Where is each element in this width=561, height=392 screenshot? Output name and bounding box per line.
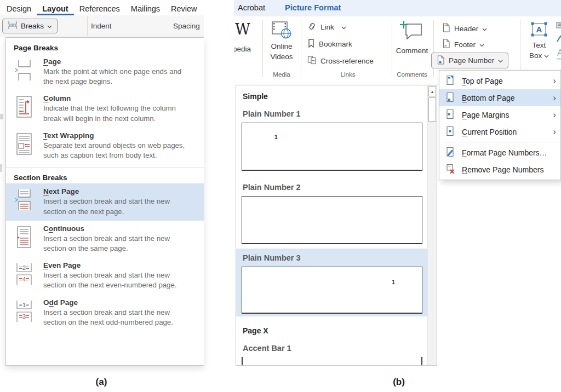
gallery-preview-box: 1 <box>242 267 422 314</box>
tab-layout[interactable]: Layout <box>37 2 74 15</box>
cropped-dropcap-icon: A <box>557 48 561 60</box>
page-number-icon <box>437 55 445 66</box>
indent-group-label: Indent <box>91 22 112 30</box>
gallery-item-label: Plain Number 2 <box>243 183 301 192</box>
panel-a-ribbon: Breaks Indent Spacing <box>0 15 204 37</box>
gallery-item-label: Plain Number 3 <box>243 253 301 262</box>
gallery-item-plain-number-1[interactable]: 1 <box>242 123 422 171</box>
menu-item-odd-page-break[interactable]: =1==3= Odd Page Insert a section break a… <box>6 295 204 331</box>
cropped-wordart-icon <box>557 35 561 45</box>
ribbon-group-divider <box>301 20 301 77</box>
footer-button[interactable]: Footer <box>442 39 484 50</box>
submenu-chevron-icon: › <box>553 110 556 119</box>
gallery-section-simple: Simple <box>243 92 268 101</box>
link-button-label: Link <box>320 23 334 31</box>
cross-reference-button[interactable]: Cross-reference <box>307 55 374 66</box>
gallery-scrollbar[interactable]: ▲ <box>427 85 437 366</box>
header-button-label: Header <box>454 25 478 33</box>
wikipedia-icon: W <box>235 21 250 38</box>
ribbon-group-divider <box>520 20 520 77</box>
gallery-item-plain-number-2[interactable] <box>242 196 422 244</box>
occluded-ui-fragment <box>0 114 3 119</box>
page-number-button-label: Page Number <box>449 56 494 65</box>
menu-item-label: Remove Page Numbers <box>462 165 543 174</box>
menu-item-next-page-break[interactable]: Next Page Insert a section break and sta… <box>6 183 204 220</box>
occluded-ui-fragment <box>0 164 2 172</box>
page-number-dropdown-menu: Top of Page › Bottom of Page › Page Marg… <box>439 70 561 180</box>
link-button[interactable]: Link <box>307 22 346 32</box>
figure-caption-b: (b) <box>380 377 418 388</box>
tab-acrobat[interactable]: Acrobat <box>238 3 265 12</box>
svg-text:=2=: =2= <box>19 264 30 271</box>
remove-page-numbers-icon <box>445 164 455 176</box>
bookmark-button[interactable]: Bookmark <box>307 39 352 49</box>
page-number-preview: 1 <box>392 279 395 285</box>
text-box-button[interactable]: A Text Box <box>524 21 554 61</box>
header-icon <box>442 23 450 34</box>
comment-icon <box>399 36 425 45</box>
next-page-break-icon <box>15 187 35 216</box>
page-breaks-section-header: Page Breaks <box>14 44 204 52</box>
menu-item-bottom-of-page[interactable]: Bottom of Page › <box>439 89 560 106</box>
format-page-numbers-icon <box>445 147 455 159</box>
gallery-item-label: Plain Number 1 <box>243 109 301 118</box>
breaks-icon <box>8 21 18 31</box>
figure-caption-a: (a) <box>82 377 121 388</box>
top-of-page-icon <box>445 75 455 87</box>
page-break-icon <box>15 57 35 87</box>
text-box-icon: A <box>529 31 549 40</box>
gallery-item-accent-bar-1[interactable] <box>242 357 422 366</box>
panel-b-ribbon-tabs: Acrobat Picture Format <box>234 0 561 16</box>
menu-item-page-break[interactable]: Page Mark the point at which one page en… <box>6 54 204 90</box>
header-button[interactable]: Header <box>442 23 487 34</box>
tab-references[interactable]: References <box>74 2 125 15</box>
text-wrapping-icon <box>15 131 35 160</box>
gallery-item-plain-number-3[interactable]: Plain Number 3 1 <box>236 249 428 316</box>
current-position-icon <box>445 126 455 138</box>
wikipedia-button-label-cropped[interactable]: ipedia <box>234 45 251 53</box>
ribbon-group-divider <box>262 20 263 77</box>
footer-icon <box>442 39 450 50</box>
breaks-dropdown-menu: Page Breaks Page Mark the point at which… <box>5 37 204 366</box>
even-page-break-icon: =2==4= <box>15 261 35 290</box>
menu-item-description: Insert a section break and start the new… <box>43 197 187 216</box>
text-box-label-line2: Box <box>524 51 554 61</box>
menu-item-remove-page-numbers[interactable]: Remove Page Numbers <box>439 161 560 178</box>
word-ui-composite: Design Layout References Mailings Review… <box>0 0 561 392</box>
page-number-gallery: Simple Plain Number 1 1 Plain Number 2 P… <box>236 85 437 366</box>
menu-item-text-wrapping-break[interactable]: Text Wrapping Separate text around objec… <box>6 128 204 164</box>
breaks-button[interactable]: Breaks <box>2 19 58 33</box>
menu-item-current-position[interactable]: Current Position › <box>439 123 560 140</box>
menu-item-column-break[interactable]: Column Indicate that the text following … <box>6 90 204 127</box>
menu-item-description: Indicate that the text following the col… <box>43 103 187 123</box>
page-margins-icon <box>445 109 455 121</box>
menu-item-top-of-page[interactable]: Top of Page › <box>439 72 560 89</box>
text-box-label-line1: Text <box>524 41 554 51</box>
ribbon-divider <box>87 16 88 36</box>
online-videos-button[interactable]: Online Videos <box>266 21 297 62</box>
chevron-down-icon <box>498 56 503 65</box>
chevron-down-icon <box>482 25 487 33</box>
tab-picture-format[interactable]: Picture Format <box>285 3 341 12</box>
menu-item-continuous-break[interactable]: Continuous Insert a section break and st… <box>6 221 204 257</box>
bottom-of-page-icon <box>445 92 455 104</box>
menu-separator <box>443 142 557 142</box>
menu-item-even-page-break[interactable]: =2==4= Even Page Insert a section break … <box>6 257 204 294</box>
tab-mailings[interactable]: Mailings <box>125 2 165 15</box>
comment-button[interactable]: Comment <box>395 20 429 56</box>
menu-item-title: Column <box>43 94 187 102</box>
scroll-up-button[interactable]: ▲ <box>428 87 436 96</box>
svg-text:=3=: =3= <box>19 313 30 320</box>
menu-item-label: Current Position <box>462 128 517 136</box>
menu-item-page-margins[interactable]: Page Margins › <box>439 106 560 123</box>
page-number-button[interactable]: Page Number <box>431 53 508 68</box>
submenu-chevron-icon: › <box>553 93 556 102</box>
panel-a-ribbon-tabs: Design Layout References Mailings Review <box>0 0 204 15</box>
cropped-quickparts-icon <box>556 22 561 34</box>
tab-review[interactable]: Review <box>165 2 203 15</box>
submenu-chevron-icon: › <box>553 127 556 136</box>
scroll-up-icon: ▲ <box>431 90 434 94</box>
scrollbar-thumb[interactable] <box>428 97 436 122</box>
menu-item-format-page-numbers[interactable]: Format Page Numbers… <box>439 144 560 161</box>
tab-design[interactable]: Design <box>1 2 37 15</box>
